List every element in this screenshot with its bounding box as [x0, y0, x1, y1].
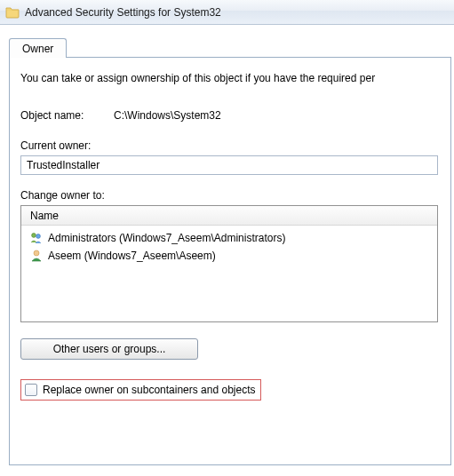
intro-text: You can take or assign ownership of this… — [20, 72, 440, 84]
current-owner-label: Current owner: — [20, 139, 440, 152]
svg-point-0 — [32, 234, 36, 238]
owner-list-header[interactable]: Name — [21, 206, 437, 226]
object-name-row: Object name: C:\Windows\System32 — [20, 109, 440, 122]
svg-point-1 — [36, 234, 41, 239]
titlebar: Advanced Security Settings for System32 — [0, 0, 454, 25]
replace-owner-checkbox-row[interactable]: Replace owner on subcontainers and objec… — [20, 379, 261, 401]
object-name-value: C:\Windows\System32 — [114, 109, 221, 122]
list-item[interactable]: Administrators (Windows7_Aseem\Administr… — [27, 229, 432, 247]
group-icon — [28, 231, 44, 245]
owner-list-body: Administrators (Windows7_Aseem\Administr… — [21, 226, 437, 268]
replace-owner-label: Replace owner on subcontainers and objec… — [43, 384, 255, 396]
owner-list-header-name: Name — [30, 210, 59, 222]
list-item-text: Aseem (Windows7_Aseem\Aseem) — [48, 250, 216, 262]
button-row: Other users or groups... — [20, 338, 440, 360]
current-owner-field: TrustedInstaller — [20, 155, 438, 175]
folder-icon — [5, 5, 20, 20]
client-area: Owner You can take or assign ownership o… — [0, 25, 454, 465]
tab-owner-label: Owner — [22, 43, 53, 55]
svg-point-2 — [34, 250, 39, 256]
list-item-text: Administrators (Windows7_Aseem\Administr… — [48, 232, 285, 244]
list-item[interactable]: Aseem (Windows7_Aseem\Aseem) — [27, 247, 432, 265]
tab-owner[interactable]: Owner — [9, 38, 67, 58]
replace-owner-checkbox[interactable] — [25, 384, 37, 396]
change-owner-label: Change owner to: — [20, 189, 440, 202]
other-users-button-label: Other users or groups... — [53, 343, 166, 355]
object-name-label: Object name: — [20, 109, 114, 122]
other-users-button[interactable]: Other users or groups... — [20, 338, 198, 360]
window-title: Advanced Security Settings for System32 — [25, 6, 221, 19]
user-icon — [28, 249, 44, 263]
tabstrip: Owner — [9, 36, 454, 57]
tab-page-owner: You can take or assign ownership of this… — [9, 57, 451, 465]
current-owner-value: TrustedInstaller — [27, 159, 100, 171]
owner-listview[interactable]: Name Administrators (Windows7_Aseem\Admi… — [20, 205, 438, 322]
